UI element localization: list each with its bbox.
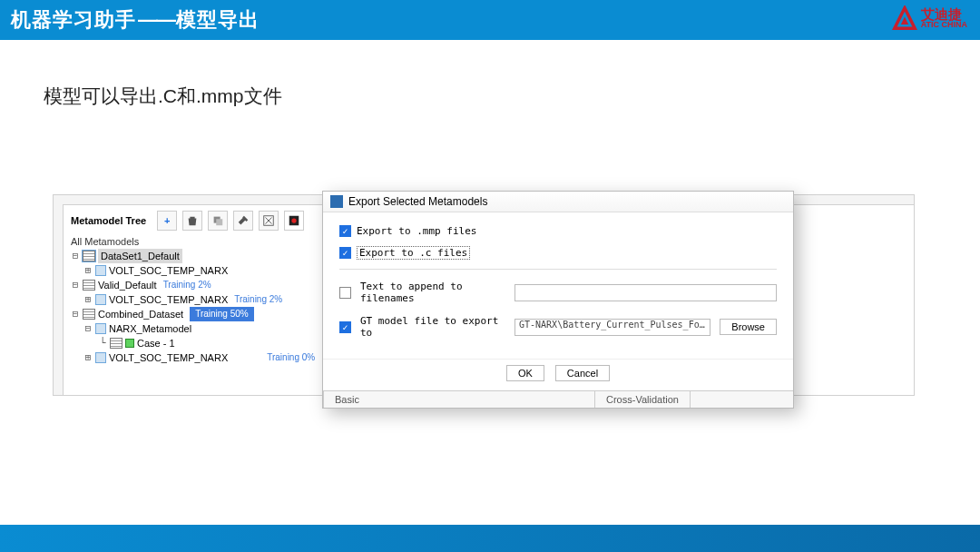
export-mmp-label: Export to .mmp files bbox=[357, 225, 476, 237]
table-icon bbox=[83, 280, 95, 291]
copy-icon[interactable] bbox=[208, 211, 228, 231]
model-icon bbox=[95, 265, 106, 276]
page-subtitle: 模型可以导出.C和.mmp文件 bbox=[0, 40, 980, 109]
training-badge: Training 2% bbox=[163, 278, 211, 292]
tab-basic[interactable]: Basic bbox=[323, 391, 595, 408]
record-icon[interactable] bbox=[284, 211, 304, 231]
tree-label: VOLT_SOC_TEMP_NARX bbox=[109, 292, 228, 307]
tree-label: VOLT_SOC_TEMP_NARX bbox=[109, 350, 228, 365]
model-icon bbox=[95, 323, 106, 334]
checkbox-checked-icon[interactable]: ✓ bbox=[339, 247, 351, 259]
logo-text-cn: 艾迪捷 bbox=[921, 7, 967, 21]
cancel-button[interactable]: Cancel bbox=[555, 365, 610, 381]
cancel-box-icon[interactable] bbox=[259, 211, 279, 231]
table-icon bbox=[83, 309, 95, 320]
tree-label: VOLT_SOC_TEMP_NARX bbox=[109, 263, 228, 278]
checkbox-checked-icon[interactable]: ✓ bbox=[339, 225, 351, 237]
page-title-bar: 机器学习助手 —— 模型导出 bbox=[0, 0, 980, 40]
hammer-icon[interactable] bbox=[233, 211, 253, 231]
tree-label: DataSet1_Default bbox=[98, 249, 182, 263]
tree-label: NARX_Metamodel bbox=[109, 321, 191, 336]
training-badge: Training 0% bbox=[267, 350, 315, 365]
dialog-title: Export Selected Metamodels bbox=[348, 195, 487, 208]
dialog-icon bbox=[330, 195, 343, 208]
ok-button[interactable]: OK bbox=[506, 365, 544, 381]
gtmodel-row: ✓ GT model file to export to GT-NARX\Bat… bbox=[339, 315, 777, 339]
divider bbox=[339, 269, 777, 270]
svg-rect-1 bbox=[216, 219, 222, 225]
browse-button[interactable]: Browse bbox=[720, 319, 777, 335]
append-input[interactable] bbox=[514, 284, 777, 301]
case-icon bbox=[125, 339, 134, 348]
append-filename-row: Text to append to filenames bbox=[339, 281, 777, 304]
logo-text-en: ATIC CHINA bbox=[921, 21, 967, 29]
checkbox-checked-icon[interactable]: ✓ bbox=[339, 321, 351, 333]
dialog-button-row: OK Cancel bbox=[323, 359, 793, 390]
tree-label: Combined_Dataset bbox=[98, 307, 183, 321]
tree-label: Valid_Default bbox=[98, 278, 157, 292]
svg-point-4 bbox=[292, 218, 297, 222]
dialog-titlebar[interactable]: Export Selected Metamodels bbox=[323, 192, 793, 212]
gtmodel-input[interactable]: GT-NARX\Battery_Current_Pulses_For_ATIC_… bbox=[514, 319, 710, 336]
tree-label: Case - 1 bbox=[137, 336, 175, 350]
company-logo: 艾迪捷 ATIC CHINA bbox=[892, 5, 967, 31]
tab-cross-validation[interactable]: Cross-Validation bbox=[595, 391, 691, 408]
title-right: 模型导出 bbox=[176, 6, 260, 34]
trash-icon[interactable] bbox=[182, 211, 202, 231]
export-dialog: Export Selected Metamodels ✓ Export to .… bbox=[322, 191, 794, 409]
checkbox-unchecked-icon[interactable] bbox=[339, 287, 351, 299]
model-icon bbox=[95, 352, 106, 363]
model-icon bbox=[95, 294, 106, 305]
training-badge: Training 50% bbox=[190, 307, 254, 321]
panel-title: Metamodel Tree bbox=[71, 215, 146, 226]
export-c-row[interactable]: ✓ Export to .c files bbox=[339, 246, 777, 260]
add-icon[interactable]: + bbox=[157, 211, 177, 231]
export-c-label: Export to .c files bbox=[357, 246, 470, 260]
training-badge: Training 2% bbox=[234, 292, 282, 307]
logo-mark-icon bbox=[892, 5, 917, 31]
table-icon bbox=[110, 338, 122, 349]
title-left: 机器学习助手 bbox=[11, 6, 136, 34]
append-label: Text to append to filenames bbox=[360, 281, 505, 304]
table-icon bbox=[83, 251, 95, 261]
title-separator: —— bbox=[138, 8, 174, 32]
gtmodel-label: GT model file to export to bbox=[360, 315, 505, 339]
dialog-tabs: Basic Cross-Validation bbox=[323, 390, 793, 408]
export-mmp-row[interactable]: ✓ Export to .mmp files bbox=[339, 225, 777, 237]
footer-bar bbox=[0, 525, 980, 552]
